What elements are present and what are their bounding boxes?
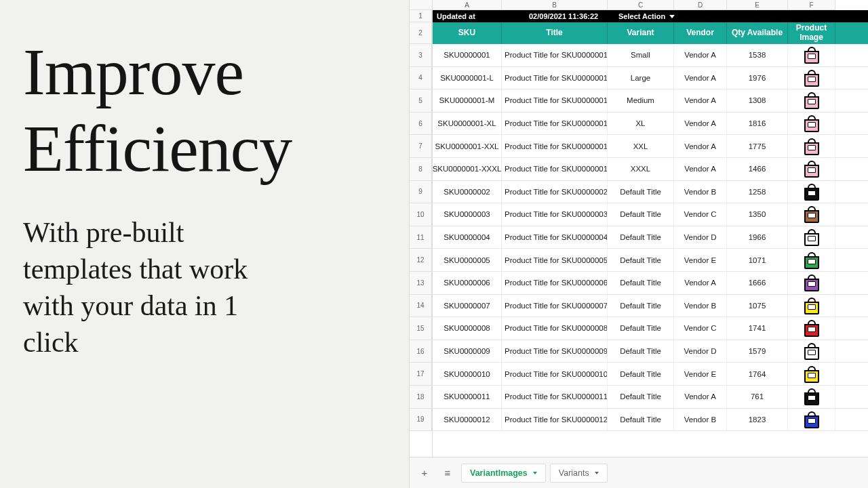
- cell-sku[interactable]: SKU0000010: [433, 363, 502, 385]
- row-number[interactable]: 3: [410, 44, 432, 67]
- cell-sku[interactable]: SKU0000001-L: [433, 67, 502, 89]
- cell-image[interactable]: [788, 295, 835, 317]
- row-number[interactable]: 17: [410, 363, 432, 386]
- column-header-C[interactable]: C: [608, 0, 674, 10]
- cell-vendor[interactable]: Vendor E: [674, 363, 727, 385]
- header-qty[interactable]: Qty Available: [727, 22, 788, 44]
- row-number[interactable]: 18: [410, 386, 432, 409]
- cell-image[interactable]: [788, 203, 835, 226]
- tab-variants[interactable]: Variants: [550, 464, 608, 483]
- cell-sku[interactable]: SKU0000008: [433, 317, 502, 340]
- cell-title[interactable]: Product Title for SKU0000001: [502, 135, 608, 157]
- cell-variant[interactable]: Default Title: [608, 386, 674, 408]
- cell-title[interactable]: Product Title for SKU0000012: [502, 409, 608, 431]
- cell-sku[interactable]: SKU0000003: [433, 203, 502, 226]
- cell-qty[interactable]: 1976: [727, 67, 788, 89]
- cell-sku[interactable]: SKU0000001-XXXL: [433, 158, 502, 180]
- cell-variant[interactable]: Default Title: [608, 226, 674, 249]
- cell-sku[interactable]: SKU0000005: [433, 249, 502, 271]
- cell-vendor[interactable]: Vendor B: [674, 181, 727, 203]
- cell-variant[interactable]: Small: [608, 44, 674, 66]
- row-number[interactable]: 13: [410, 272, 432, 295]
- cell-vendor[interactable]: Vendor E: [674, 249, 727, 271]
- cell-sku[interactable]: SKU0000011: [433, 386, 502, 408]
- table-row[interactable]: SKU0000012Product Title for SKU0000012De…: [433, 409, 868, 432]
- table-row[interactable]: SKU0000001-LProduct Title for SKU0000001…: [433, 67, 868, 90]
- row-number[interactable]: 14: [410, 295, 432, 318]
- cell-image[interactable]: [788, 363, 835, 385]
- table-row[interactable]: SKU0000008Product Title for SKU0000008De…: [433, 317, 868, 340]
- cell-vendor[interactable]: Vendor A: [674, 113, 727, 135]
- cell-qty[interactable]: 1666: [727, 272, 788, 294]
- cell-sku[interactable]: SKU0000001-M: [433, 89, 502, 112]
- cell-image[interactable]: [788, 44, 835, 66]
- cell-variant[interactable]: XXXL: [608, 158, 674, 180]
- cell-sku[interactable]: SKU0000007: [433, 295, 502, 317]
- cell-sku[interactable]: SKU0000012: [433, 409, 502, 431]
- table-row[interactable]: SKU0000009Product Title for SKU0000009De…: [433, 340, 868, 363]
- table-row[interactable]: SKU0000011Product Title for SKU0000011De…: [433, 386, 868, 409]
- cell-image[interactable]: [788, 158, 835, 180]
- cell-vendor[interactable]: Vendor A: [674, 89, 727, 112]
- cell-variant[interactable]: Default Title: [608, 272, 674, 294]
- cell-variant[interactable]: Large: [608, 67, 674, 89]
- cell-title[interactable]: Product Title for SKU0000009: [502, 340, 608, 363]
- cell-qty[interactable]: 1775: [727, 135, 788, 157]
- table-row[interactable]: SKU0000007Product Title for SKU0000007De…: [433, 295, 868, 318]
- cell-qty[interactable]: 1823: [727, 409, 788, 431]
- table-row[interactable]: SKU0000001Product Title for SKU0000001Sm…: [433, 44, 868, 67]
- cell-sku[interactable]: SKU0000002: [433, 181, 502, 203]
- cell-vendor[interactable]: Vendor C: [674, 203, 727, 226]
- cell-qty[interactable]: 1075: [727, 295, 788, 317]
- cell-vendor[interactable]: Vendor C: [674, 317, 727, 340]
- cell-title[interactable]: Product Title for SKU0000001: [502, 89, 608, 112]
- column-header-F[interactable]: F: [788, 0, 835, 10]
- cell-image[interactable]: [788, 135, 835, 157]
- cell-title[interactable]: Product Title for SKU0000011: [502, 386, 608, 408]
- cell-variant[interactable]: Default Title: [608, 181, 674, 203]
- header-title[interactable]: Title: [502, 22, 608, 44]
- sheet-corner[interactable]: [410, 0, 433, 10]
- column-header-B[interactable]: B: [502, 0, 608, 10]
- header-variant[interactable]: Variant: [608, 22, 674, 44]
- column-header-D[interactable]: D: [674, 0, 727, 10]
- cell-sku[interactable]: SKU0000001: [433, 44, 502, 66]
- table-row[interactable]: SKU0000002Product Title for SKU0000002De…: [433, 181, 868, 204]
- cell-sku[interactable]: SKU0000006: [433, 272, 502, 294]
- cell-vendor[interactable]: Vendor D: [674, 226, 727, 249]
- cell-sku[interactable]: SKU0000004: [433, 226, 502, 249]
- cell-title[interactable]: Product Title for SKU0000001: [502, 44, 608, 66]
- cell-image[interactable]: [788, 272, 835, 294]
- cell-image[interactable]: [788, 340, 835, 363]
- column-header-E[interactable]: E: [727, 0, 788, 10]
- row-number[interactable]: 9: [410, 181, 432, 204]
- cell-title[interactable]: Product Title for SKU0000003: [502, 203, 608, 226]
- row-number[interactable]: 11: [410, 226, 432, 249]
- cell-image[interactable]: [788, 181, 835, 203]
- row-number[interactable]: 19: [410, 409, 432, 432]
- cell-title[interactable]: Product Title for SKU0000006: [502, 272, 608, 294]
- cell-image[interactable]: [788, 226, 835, 249]
- cell-vendor[interactable]: Vendor B: [674, 409, 727, 431]
- cell-variant[interactable]: Default Title: [608, 340, 674, 363]
- all-sheets-button[interactable]: ≡: [438, 464, 457, 483]
- row-number[interactable]: 6: [410, 113, 432, 136]
- cell-vendor[interactable]: Vendor A: [674, 44, 727, 66]
- cell-image[interactable]: [788, 386, 835, 408]
- cell-qty[interactable]: 1579: [727, 340, 788, 363]
- column-header-A[interactable]: A: [433, 0, 502, 10]
- row-number[interactable]: 15: [410, 317, 432, 340]
- row-number[interactable]: 10: [410, 203, 432, 226]
- cell-vendor[interactable]: Vendor A: [674, 158, 727, 180]
- cell-variant[interactable]: Default Title: [608, 203, 674, 226]
- cell-variant[interactable]: Default Title: [608, 363, 674, 385]
- header-image[interactable]: Product Image: [788, 22, 835, 44]
- header-vendor[interactable]: Vendor: [674, 22, 727, 44]
- cell-vendor[interactable]: Vendor A: [674, 272, 727, 294]
- cell-qty[interactable]: 1308: [727, 89, 788, 112]
- row-number[interactable]: 4: [410, 67, 432, 90]
- cell-image[interactable]: [788, 249, 835, 271]
- cell-qty[interactable]: 1816: [727, 113, 788, 135]
- cell-image[interactable]: [788, 317, 835, 340]
- cell-title[interactable]: Product Title for SKU0000008: [502, 317, 608, 340]
